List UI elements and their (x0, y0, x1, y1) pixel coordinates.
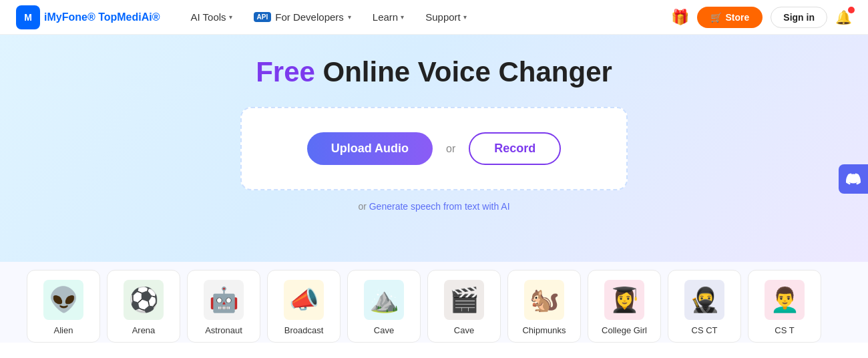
cave2-icon: 🎬 (444, 280, 484, 320)
nav-right: 🎁 🛒 Store Sign in 🔔 (671, 7, 852, 28)
hero-section: Free Online Voice Changer Upload Audio o… (0, 35, 868, 262)
notification-badge (848, 7, 855, 13)
hero-title: Free Online Voice Changer (256, 56, 612, 88)
upload-audio-button[interactable]: Upload Audio (307, 132, 433, 165)
chevron-down-icon: ▾ (401, 13, 404, 21)
arena-label: Arena (132, 325, 156, 335)
chevron-down-icon: ▾ (229, 13, 232, 21)
chipmunks-icon: 🐿️ (524, 280, 564, 320)
cave1-icon: ⛰️ (364, 280, 404, 320)
cst-label: CS T (775, 325, 794, 335)
voice-card-cave2[interactable]: 🎬Cave (427, 270, 501, 343)
nav-item-ai-tools[interactable]: AI Tools ▾ (182, 7, 242, 27)
college-girl-label: College Girl (602, 325, 647, 335)
record-button[interactable]: Record (469, 132, 561, 165)
cart-icon: 🛒 (710, 12, 722, 23)
voice-card-broadcast[interactable]: 📣Broadcast (267, 270, 341, 343)
alien-label: Alien (54, 325, 73, 335)
nav-item-for-developers[interactable]: API For Developers ▾ (244, 7, 361, 27)
chevron-down-icon: ▾ (463, 13, 467, 21)
voice-card-astronaut[interactable]: 🤖Astronaut (187, 270, 260, 343)
csct-icon: 🥷 (684, 280, 724, 320)
broadcast-icon: 📣 (284, 280, 324, 320)
logo[interactable]: M iMyFone® TopMediAi® (16, 5, 160, 29)
store-button[interactable]: 🛒 Store (697, 7, 763, 28)
nav-item-learn[interactable]: Learn ▾ (363, 7, 413, 27)
cave2-label: Cave (454, 325, 474, 335)
cave1-label: Cave (374, 325, 394, 335)
gift-icon: 🎁 (671, 9, 689, 26)
nav-links: AI Tools ▾ API For Developers ▾ Learn ▾ … (182, 7, 671, 27)
astronaut-icon: 🤖 (204, 280, 244, 320)
voice-card-arena[interactable]: ⚽Arena (107, 270, 180, 343)
voice-card-alien[interactable]: 👽Alien (27, 270, 100, 343)
generate-text: or Generate speech from text with AI (358, 201, 509, 212)
logo-text: iMyFone® TopMediAi® (44, 11, 160, 23)
voice-card-college-girl[interactable]: 👩‍🎓College Girl (588, 270, 661, 343)
notification-bell[interactable]: 🔔 (835, 9, 852, 25)
voice-card-cave1[interactable]: ⛰️Cave (347, 270, 421, 343)
broadcast-label: Broadcast (284, 325, 324, 335)
chevron-down-icon: ▾ (348, 13, 351, 21)
upload-row: Upload Audio or Record (307, 132, 562, 165)
voice-card-chipmunks[interactable]: 🐿️Chipmunks (507, 270, 581, 343)
discord-button[interactable] (839, 164, 868, 194)
astronaut-label: Astronaut (205, 325, 242, 335)
navbar: M iMyFone® TopMediAi® AI Tools ▾ API For… (0, 0, 868, 35)
chipmunks-label: Chipmunks (522, 325, 566, 335)
logo-icon: M (16, 5, 40, 29)
csct-label: CS CT (692, 325, 718, 335)
nav-item-support[interactable]: Support ▾ (416, 7, 476, 27)
voices-section: 👽Alien⚽Arena🤖Astronaut📣Broadcast⛰️Cave🎬C… (0, 262, 868, 343)
college-girl-icon: 👩‍🎓 (604, 280, 644, 320)
api-badge: API (254, 12, 272, 22)
voice-card-csct[interactable]: 🥷CS CT (668, 270, 741, 343)
signin-button[interactable]: Sign in (771, 7, 827, 28)
or-separator: or (446, 143, 455, 155)
voice-card-cst[interactable]: 👨‍🦱CS T (748, 270, 821, 343)
alien-icon: 👽 (43, 280, 83, 320)
generate-speech-link[interactable]: Generate speech from text with AI (369, 201, 510, 212)
cst-icon: 👨‍🦱 (765, 280, 805, 320)
upload-box: Upload Audio or Record (240, 107, 628, 190)
arena-icon: ⚽ (124, 280, 164, 320)
